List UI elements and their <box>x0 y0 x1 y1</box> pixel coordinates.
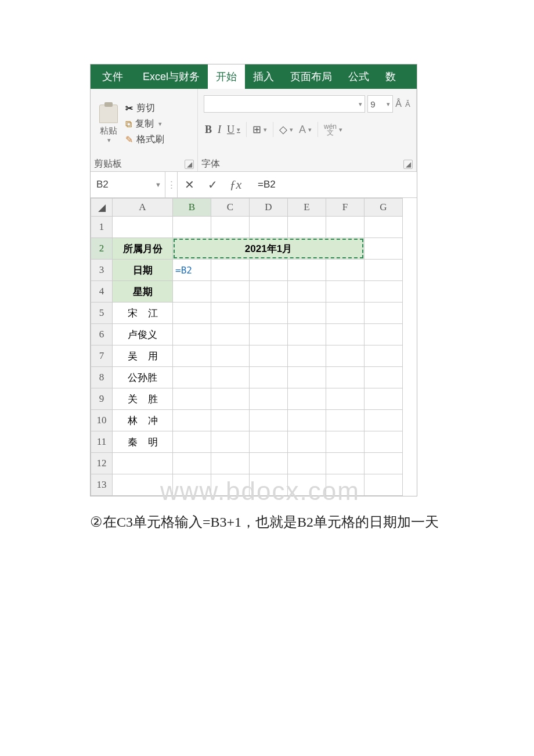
italic-button[interactable]: I <box>218 124 221 136</box>
col-D[interactable]: D <box>250 199 288 217</box>
group-font: ▾ 9 ▾ Â Ǎ B I U▾ <box>198 89 417 171</box>
borders-button[interactable]: ⊞▾ <box>252 123 267 136</box>
scissors-icon: ✂ <box>125 103 133 114</box>
row-3[interactable]: 3 <box>91 260 113 281</box>
clipboard-icon <box>99 105 118 123</box>
fill-color-button[interactable]: ◇▾ <box>279 123 293 136</box>
clipboard-group-label: 剪贴板 <box>94 158 122 170</box>
formula-bar: B2 ▼ ⋮ ✕ ✓ ƒx =B2 <box>91 172 417 198</box>
copy-label: 复制 <box>135 118 154 130</box>
dialog-launcher-icon[interactable]: ◢ <box>403 160 413 169</box>
paste-label: 粘贴 <box>100 125 117 136</box>
list-marker: ② <box>90 514 103 530</box>
cell-A11[interactable]: 秦明 <box>113 431 173 453</box>
tab-formulas[interactable]: 公式 <box>340 64 377 89</box>
ribbon-body: 粘贴 ▾ ✂ 剪切 ⧉ 复制 ▾ <box>91 89 417 172</box>
copy-button[interactable]: ⧉ 复制 ▾ <box>125 118 164 130</box>
caption-text: ② 在 C3 单元格输入 =B3+1 ，也就是 B2 单元格的日期加一天 <box>90 513 534 531</box>
ribbon-tabs: 文件 Excel与财务 开始 插入 页面布局 公式 数 <box>91 64 417 89</box>
cell-A5[interactable]: 宋江 <box>113 303 173 324</box>
cell-A8[interactable]: 公孙胜 <box>113 367 173 388</box>
formula-bar-separator: ⋮ <box>165 172 178 197</box>
grow-font-icon[interactable]: Â <box>395 99 402 109</box>
paste-button[interactable]: 粘贴 ▾ <box>94 91 123 157</box>
row-8[interactable]: 8 <box>91 367 113 388</box>
chevron-down-icon[interactable]: ▾ <box>158 120 162 128</box>
row-4[interactable]: 4 <box>91 281 113 303</box>
cut-label: 剪切 <box>136 102 155 114</box>
chevron-down-icon[interactable]: ▾ <box>107 136 111 144</box>
name-box[interactable]: B2 ▼ <box>91 172 165 197</box>
cell-A2[interactable]: 所属月份 <box>113 238 173 260</box>
row-10[interactable]: 10 <box>91 410 113 431</box>
font-name-select[interactable]: ▾ <box>204 95 365 113</box>
insert-function-button[interactable]: ƒx <box>224 177 247 192</box>
font-group-label: 字体 <box>201 158 220 170</box>
row-6[interactable]: 6 <box>91 324 113 345</box>
format-painter-label: 格式刷 <box>136 134 164 146</box>
bucket-icon: ◇ <box>279 123 287 136</box>
cell-A3[interactable]: 日期 <box>113 260 173 281</box>
format-painter-button[interactable]: ✎ 格式刷 <box>125 134 164 146</box>
formula-input[interactable]: =B2 <box>247 179 417 190</box>
row-9[interactable]: 9 <box>91 388 113 410</box>
dialog-launcher-icon[interactable]: ◢ <box>185 160 194 169</box>
tab-custom[interactable]: Excel与财务 <box>135 64 208 89</box>
tab-file[interactable]: 文件 <box>91 64 135 89</box>
brush-icon: ✎ <box>125 134 133 145</box>
col-C[interactable]: C <box>211 199 250 217</box>
row-7[interactable]: 7 <box>91 345 113 367</box>
row-1[interactable]: 1 <box>91 217 113 238</box>
font-size-select[interactable]: 9 ▾ <box>367 95 393 113</box>
underline-button[interactable]: U▾ <box>227 124 240 136</box>
row-13[interactable]: 13 <box>91 474 113 496</box>
col-E[interactable]: E <box>288 199 326 217</box>
row-2[interactable]: 2 <box>91 238 113 260</box>
shrink-font-icon[interactable]: Ǎ <box>405 100 410 109</box>
col-F[interactable]: F <box>326 199 365 217</box>
cell-A6[interactable]: 卢俊义 <box>113 324 173 345</box>
column-headers[interactable]: ◢ A B C D E F G <box>91 199 403 217</box>
tab-home[interactable]: 开始 <box>208 64 245 89</box>
col-A[interactable]: A <box>113 199 173 217</box>
row-12[interactable]: 12 <box>91 453 113 474</box>
spreadsheet-grid[interactable]: www.bdocx.com ◢ A B C D E F <box>91 198 417 496</box>
cell-A7[interactable]: 吴用 <box>113 345 173 367</box>
name-box-value: B2 <box>96 179 109 190</box>
cell-A10[interactable]: 林冲 <box>113 410 173 431</box>
group-clipboard: 粘贴 ▾ ✂ 剪切 ⧉ 复制 ▾ <box>91 89 198 171</box>
col-B[interactable]: B <box>173 199 211 217</box>
cell-B3-value: =B2 <box>175 265 192 276</box>
tab-page-layout[interactable]: 页面布局 <box>282 64 340 89</box>
cell-B2-merged[interactable]: 2021年1月 <box>173 238 365 260</box>
bold-button[interactable]: B <box>205 124 212 136</box>
col-G[interactable]: G <box>365 199 403 217</box>
row-5[interactable]: 5 <box>91 303 113 324</box>
month-value: 2021年1月 <box>245 243 292 254</box>
excel-screenshot: 文件 Excel与财务 开始 插入 页面布局 公式 数 粘贴 ▾ <box>90 64 417 496</box>
cancel-edit-button[interactable]: ✕ <box>178 178 201 192</box>
font-color-button[interactable]: A▾ <box>299 124 312 136</box>
select-all-corner[interactable]: ◢ <box>91 199 113 217</box>
cell-A9[interactable]: 关胜 <box>113 388 173 410</box>
font-size-value: 9 <box>370 99 375 109</box>
row-11[interactable]: 11 <box>91 431 113 453</box>
tab-insert[interactable]: 插入 <box>245 64 282 89</box>
cell-A4[interactable]: 星期 <box>113 281 173 303</box>
cell-B3[interactable]: =B2 <box>173 260 211 281</box>
confirm-edit-button[interactable]: ✓ <box>201 178 224 192</box>
copy-icon: ⧉ <box>125 119 132 129</box>
phonetic-button[interactable]: wén文 ▾ <box>324 124 342 135</box>
tab-data[interactable]: 数 <box>377 64 404 89</box>
cut-button[interactable]: ✂ 剪切 <box>125 102 164 114</box>
